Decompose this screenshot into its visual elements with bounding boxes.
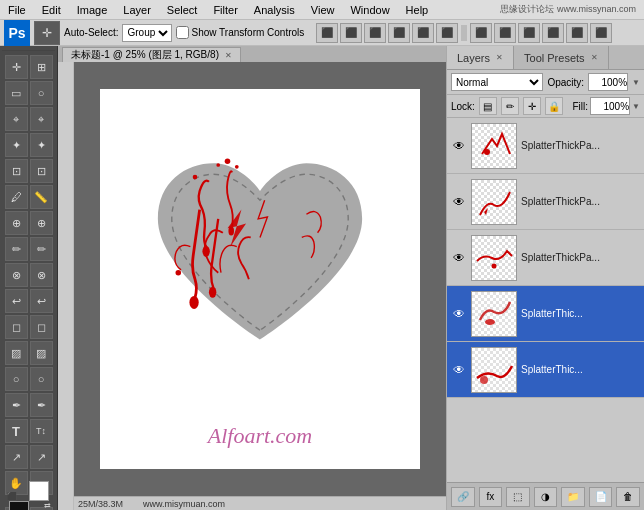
layer-item[interactable]: 👁 SplatterThickPa... bbox=[447, 118, 644, 174]
doc-tab[interactable]: 未标题-1 @ 25% (图层 1, RGB/8) ✕ bbox=[62, 47, 241, 63]
move-tool[interactable]: ✛ bbox=[5, 55, 28, 79]
new-adjustment-btn[interactable]: ◑ bbox=[534, 487, 558, 507]
fill-input[interactable] bbox=[590, 97, 630, 115]
menu-window[interactable]: Window bbox=[346, 4, 393, 16]
lock-position-btn[interactable]: ✛ bbox=[523, 97, 541, 115]
artboard-tool[interactable]: ⊞ bbox=[30, 55, 53, 79]
burn-tool[interactable]: ○ bbox=[30, 367, 53, 391]
default-colors-icon[interactable]: ⬛ bbox=[7, 492, 17, 501]
fg-color-swatch[interactable] bbox=[9, 501, 29, 510]
add-mask-btn[interactable]: ⬚ bbox=[506, 487, 530, 507]
move-tool-btn[interactable]: ✛ bbox=[34, 21, 60, 45]
doc-tab-close[interactable]: ✕ bbox=[225, 51, 232, 60]
layer-visibility-icon-2[interactable]: 👁 bbox=[451, 194, 467, 210]
menu-view[interactable]: View bbox=[307, 4, 339, 16]
swap-colors-icon[interactable]: ⇄ bbox=[44, 501, 51, 510]
align-top-btn[interactable]: ⬛ bbox=[388, 23, 410, 43]
tab-tool-presets[interactable]: Tool Presets ✕ bbox=[514, 46, 609, 69]
direct-select-tool[interactable]: ↗ bbox=[30, 445, 53, 469]
layer-visibility-icon-5[interactable]: 👁 bbox=[451, 362, 467, 378]
rect-select-tool[interactable]: ▭ bbox=[5, 81, 28, 105]
panel-bottom: 🔗 fx ⬚ ◑ 📁 📄 🗑 bbox=[447, 482, 644, 510]
dist-left-btn[interactable]: ⬛ bbox=[470, 23, 492, 43]
layer-fx-btn[interactable]: fx bbox=[479, 487, 503, 507]
ruler-tool[interactable]: 📏 bbox=[30, 185, 53, 209]
new-group-btn[interactable]: 📁 bbox=[561, 487, 585, 507]
crop-tool[interactable]: ⊡ bbox=[5, 159, 28, 183]
ellipse-select-tool[interactable]: ○ bbox=[30, 81, 53, 105]
layer-visibility-icon-3[interactable]: 👁 bbox=[451, 250, 467, 266]
auto-select-dropdown[interactable]: Group Layer bbox=[122, 24, 172, 42]
lasso-tool[interactable]: ⌖ bbox=[5, 107, 28, 131]
eraser-tool[interactable]: ◻ bbox=[5, 315, 28, 339]
align-bottom-btn[interactable]: ⬛ bbox=[436, 23, 458, 43]
spot-heal-tool[interactable]: ⊕ bbox=[5, 211, 28, 235]
tab-tool-presets-close[interactable]: ✕ bbox=[591, 53, 598, 62]
layer-visibility-icon-4[interactable]: 👁 bbox=[451, 306, 467, 322]
layer-thumbnail-2 bbox=[471, 179, 517, 225]
art-history-tool[interactable]: ↩ bbox=[30, 289, 53, 313]
menu-file[interactable]: File bbox=[4, 4, 30, 16]
polygonal-lasso-tool[interactable]: ⌖ bbox=[30, 107, 53, 131]
layer-item[interactable]: 👁 SplatterThic... bbox=[447, 286, 644, 342]
delete-layer-btn[interactable]: 🗑 bbox=[616, 487, 640, 507]
layer-item[interactable]: 👁 SplatterThic... bbox=[447, 342, 644, 398]
show-transform-check[interactable]: Show Transform Controls bbox=[176, 26, 304, 39]
dist-top-btn[interactable]: ⬛ bbox=[542, 23, 564, 43]
slice-tool[interactable]: ⊡ bbox=[30, 159, 53, 183]
quick-select-tool[interactable]: ✦ bbox=[30, 133, 53, 157]
new-layer-btn[interactable]: 📄 bbox=[589, 487, 613, 507]
menu-select[interactable]: Select bbox=[163, 4, 202, 16]
path-select-tool[interactable]: ↗ bbox=[5, 445, 28, 469]
pencil-tool[interactable]: ✏ bbox=[30, 237, 53, 261]
layer-visibility-icon-1[interactable]: 👁 bbox=[451, 138, 467, 154]
tab-layers-close[interactable]: ✕ bbox=[496, 53, 503, 62]
magic-wand-tool[interactable]: ✦ bbox=[5, 133, 28, 157]
vertical-text-tool[interactable]: T↕ bbox=[30, 419, 53, 443]
menu-image[interactable]: Image bbox=[73, 4, 112, 16]
align-center-btn[interactable]: ⬛ bbox=[340, 23, 362, 43]
lock-all-btn[interactable]: 🔒 bbox=[545, 97, 563, 115]
tab-layers-label: Layers bbox=[457, 52, 490, 64]
patch-tool[interactable]: ⊕ bbox=[30, 211, 53, 235]
align-right-btn[interactable]: ⬛ bbox=[364, 23, 386, 43]
align-middle-btn[interactable]: ⬛ bbox=[412, 23, 434, 43]
tab-layers[interactable]: Layers ✕ bbox=[447, 46, 514, 69]
text-tool[interactable]: T bbox=[5, 419, 28, 443]
bg-eraser-tool[interactable]: ◻ bbox=[30, 315, 53, 339]
lock-image-btn[interactable]: ✏ bbox=[501, 97, 519, 115]
link-layers-btn[interactable]: 🔗 bbox=[451, 487, 475, 507]
pen-tool[interactable]: ✒ bbox=[5, 393, 28, 417]
paint-bucket-tool[interactable]: ▨ bbox=[30, 341, 53, 365]
lock-transparent-btn[interactable]: ▤ bbox=[479, 97, 497, 115]
history-brush-tool[interactable]: ↩ bbox=[5, 289, 28, 313]
menu-help[interactable]: Help bbox=[402, 4, 433, 16]
dist-bottom-btn[interactable]: ⬛ bbox=[590, 23, 612, 43]
dodge-tool[interactable]: ○ bbox=[5, 367, 28, 391]
eyedropper-tool[interactable]: 🖊 bbox=[5, 185, 28, 209]
dist-center-btn[interactable]: ⬛ bbox=[494, 23, 516, 43]
menubar: File Edit Image Layer Select Filter Anal… bbox=[0, 0, 644, 20]
gradient-tool[interactable]: ▨ bbox=[5, 341, 28, 365]
blend-mode-select[interactable]: Normal Multiply Screen Overlay bbox=[451, 73, 543, 91]
dist-middle-btn[interactable]: ⬛ bbox=[566, 23, 588, 43]
opacity-arrow[interactable]: ▼ bbox=[632, 78, 640, 87]
align-left-btn[interactable]: ⬛ bbox=[316, 23, 338, 43]
bg-color-swatch[interactable] bbox=[29, 481, 49, 501]
menu-analysis[interactable]: Analysis bbox=[250, 4, 299, 16]
freeform-pen-tool[interactable]: ✒ bbox=[30, 393, 53, 417]
opacity-input[interactable] bbox=[588, 73, 628, 91]
menu-layer[interactable]: Layer bbox=[119, 4, 155, 16]
menu-filter[interactable]: Filter bbox=[209, 4, 241, 16]
fill-arrow[interactable]: ▼ bbox=[632, 102, 640, 111]
layer-item[interactable]: 👁 SplatterThickPa... bbox=[447, 230, 644, 286]
tool-row-8: ✏ ✏ bbox=[5, 237, 53, 261]
layer-name-1: SplatterThickPa... bbox=[521, 140, 640, 151]
dist-right-btn[interactable]: ⬛ bbox=[518, 23, 540, 43]
show-transform-checkbox[interactable] bbox=[176, 26, 189, 39]
layer-item[interactable]: 👁 SplatterThickPa... bbox=[447, 174, 644, 230]
menu-edit[interactable]: Edit bbox=[38, 4, 65, 16]
brush-tool[interactable]: ✏ bbox=[5, 237, 28, 261]
pattern-stamp-tool[interactable]: ⊗ bbox=[30, 263, 53, 287]
clone-stamp-tool[interactable]: ⊗ bbox=[5, 263, 28, 287]
